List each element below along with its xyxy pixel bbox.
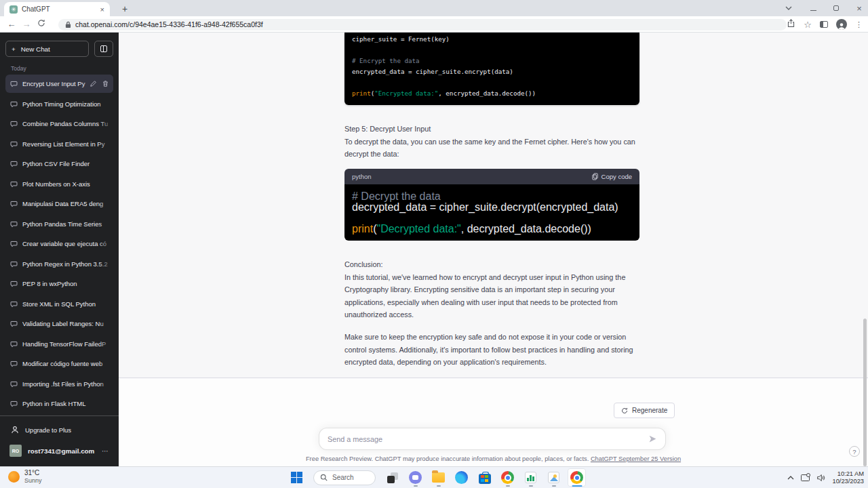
history-section-label: Today: [11, 65, 26, 72]
window-close-button[interactable]: ×: [854, 3, 864, 14]
chat-bubble-icon: [10, 380, 18, 388]
task-view-button[interactable]: [383, 468, 401, 487]
chat-item-label: Python Regex in Python 3.5.2: [22, 260, 108, 268]
chat-bubble-icon: [10, 140, 18, 148]
sidebar-chat-item[interactable]: Python Pandas Time Series: [5, 215, 113, 233]
sidebar-chat-item[interactable]: Plot Numbers on X-axis: [5, 175, 113, 193]
chat-bubble-icon: [10, 280, 18, 287]
regenerate-button[interactable]: Regenerate: [614, 403, 675, 418]
sidebar-chat-item[interactable]: Crear variable que ejecuta có: [5, 235, 113, 253]
volume-icon[interactable]: [816, 474, 825, 482]
account-options-icon[interactable]: ⋯: [102, 447, 109, 455]
sidebar-chat-item[interactable]: Python Regex in Python 3.5.2: [5, 255, 113, 273]
sidebar-chat-item[interactable]: Store XML in SQL Python: [5, 295, 113, 313]
new-tab-button[interactable]: +: [118, 3, 132, 16]
sidebar-chat-item[interactable]: Combine Pandas Columns Tu: [5, 115, 113, 133]
sidebar-chat-item[interactable]: Python CSV File Finder: [5, 155, 113, 173]
help-button[interactable]: ?: [849, 446, 860, 457]
chat-item-label: Modificar código fuente web: [22, 360, 108, 367]
person-icon: [11, 426, 19, 434]
file-explorer-icon: [432, 472, 445, 483]
tray-chevron-up-icon[interactable]: [787, 476, 794, 480]
sidebar-chat-item[interactable]: Python in Flask HTML: [5, 394, 113, 413]
tab-close-icon[interactable]: ×: [100, 5, 104, 14]
chrome-active-button[interactable]: [568, 468, 586, 487]
padlock-icon: [65, 21, 71, 28]
sidebar-chat-item[interactable]: Handling TensorFlow FailedP: [5, 335, 113, 353]
sidebar-chat-item[interactable]: Validating Label Ranges: Nu: [5, 314, 113, 333]
taskbar-search[interactable]: Search: [313, 470, 376, 485]
bookmark-star-icon[interactable]: ☆: [804, 20, 812, 29]
window-maximize-button[interactable]: [831, 4, 841, 12]
side-panel-icon[interactable]: [820, 21, 828, 28]
taskbar-clock[interactable]: 10:21 AM 10/23/2023: [832, 470, 864, 485]
edit-pencil-icon[interactable]: [90, 80, 97, 87]
taskbar-weather-widget[interactable]: 31°C Sunny: [8, 469, 42, 485]
file-explorer-button[interactable]: [429, 468, 448, 487]
code-line: [352, 213, 639, 224]
windows-taskbar: 31°C Sunny Search 10:21 AM: [0, 466, 868, 488]
sidebar-chat-item[interactable]: Python Timing Optimization: [5, 95, 113, 113]
window-minimize-button[interactable]: [808, 4, 818, 12]
delete-trash-icon[interactable]: [102, 80, 109, 87]
chat-bubble-icon: [10, 80, 18, 87]
send-icon[interactable]: [648, 434, 657, 443]
browser-toolbar: ← → chat.openai.com/c/94e4ae15-4336-41f6…: [0, 16, 868, 33]
sidebar-chat-item[interactable]: Encrypt User Input Py: [5, 75, 113, 93]
upgrade-to-plus-button[interactable]: Upgrade to Plus: [5, 420, 113, 439]
collapse-sidebar-button[interactable]: [94, 41, 113, 57]
chat-bubble-icon: [10, 360, 18, 367]
edge-button[interactable]: [452, 468, 471, 487]
sidebar-chat-item[interactable]: PEP 8 in wxPython: [5, 274, 113, 293]
start-button[interactable]: [288, 468, 306, 487]
sidebar-chat-item[interactable]: Importing .fst Files in Python: [5, 375, 113, 393]
browser-menu-icon[interactable]: ⋮: [855, 20, 863, 29]
code-line: print("Encrypted data:", encrypted_data.…: [352, 88, 639, 99]
chat-bubble-icon: [10, 260, 18, 268]
browser-tab-chatgpt[interactable]: ✳ ChatGPT ×: [4, 2, 110, 16]
new-chat-button[interactable]: + New Chat: [5, 41, 89, 57]
network-icon[interactable]: [801, 474, 810, 481]
account-menu-button[interactable]: RO rost7341@gmail.com ⋯: [5, 441, 113, 461]
sidebar-chat-item[interactable]: Modificar código fuente web: [5, 354, 113, 373]
reload-button[interactable]: [34, 19, 49, 29]
chat-item-label: Reversing List Element in Py: [22, 140, 108, 148]
copy-code-button[interactable]: Copy code: [592, 173, 632, 180]
share-icon[interactable]: [787, 18, 795, 30]
code-language-label: python: [352, 173, 372, 180]
code-header: python Copy code: [344, 169, 639, 184]
clipboard-icon: [592, 173, 598, 180]
chat-bubble-icon: [10, 240, 18, 247]
address-bar[interactable]: chat.openai.com/c/94e4ae15-4336-41f6-a94…: [58, 19, 787, 30]
chat-bubble-icon: [10, 320, 18, 327]
weather-temperature: 31°C: [24, 469, 42, 477]
chat-bubble-icon: [10, 120, 18, 127]
teams-chat-icon: [409, 471, 422, 484]
browser-profile-avatar[interactable]: [836, 19, 847, 30]
regenerate-icon: [621, 407, 628, 414]
chart-app-button[interactable]: [521, 468, 540, 487]
sidebar-chat-item[interactable]: Reversing List Element in Py: [5, 135, 113, 153]
chat-item-label: Store XML in SQL Python: [22, 300, 108, 308]
version-link[interactable]: ChatGPT September 25 Version: [591, 455, 681, 462]
code-line: print("Decrypted data:", decrypted_data.…: [352, 224, 639, 235]
page-scrollbar[interactable]: [863, 319, 867, 466]
conclusion-paragraph: In this tutorial, we've learned how to e…: [344, 271, 636, 321]
tab-search-chevron-icon[interactable]: [785, 6, 795, 10]
chat-item-label: Manipulasi Data ERA5 deng: [22, 200, 108, 207]
teams-chat-button[interactable]: [406, 468, 425, 487]
chrome-button[interactable]: [498, 468, 517, 487]
paint-app-button[interactable]: [545, 468, 563, 487]
store-button[interactable]: [475, 468, 494, 487]
forward-button[interactable]: →: [19, 19, 34, 29]
code-line: decrypted_data = cipher_suite.decrypt(en…: [352, 202, 639, 213]
chat-item-label: Python Timing Optimization: [22, 100, 108, 108]
back-button[interactable]: ←: [4, 19, 19, 29]
code-body: # Decrypt the data decrypted_data = ciph…: [344, 184, 639, 241]
chat-item-label: Validating Label Ranges: Nu: [22, 320, 108, 327]
code-line: [352, 45, 639, 56]
screen: ✳ ChatGPT × + × ← → chat.openai.com/c/94…: [0, 0, 868, 488]
sidebar-chat-item[interactable]: Manipulasi Data ERA5 deng: [5, 195, 113, 213]
message-input[interactable]: [328, 435, 648, 443]
message-composer: [319, 428, 666, 450]
